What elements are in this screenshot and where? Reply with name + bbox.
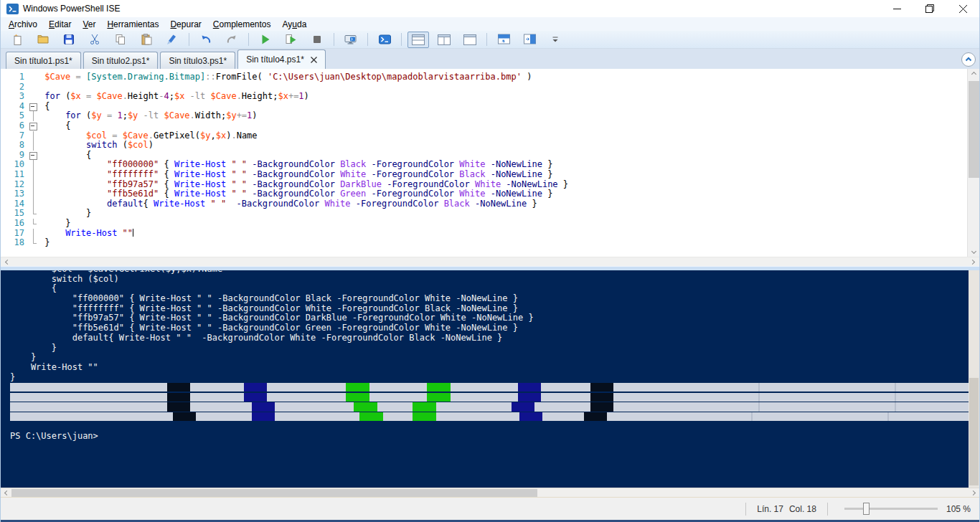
close-tab-icon[interactable] [311, 57, 317, 63]
editor-horizontal-scrollbar[interactable] [1, 257, 979, 266]
console-echo-line: } [10, 373, 979, 383]
console-vertical-scrollbar[interactable] [969, 270, 979, 488]
code-text[interactable]: { [39, 151, 91, 161]
outline-margin [28, 82, 39, 92]
console-horizontal-scrollbar[interactable] [1, 488, 979, 497]
minimize-button[interactable] [880, 0, 913, 17]
code-line: 1$Cave = [System.Drawing.Bitmap]::FromFi… [1, 72, 967, 82]
layout-script-max-button[interactable] [459, 32, 481, 48]
paste-button[interactable] [136, 32, 157, 48]
tab-sin-titulo2-ps1[interactable]: Sin título2.ps1* [83, 52, 159, 69]
tab-sin-titulo4-ps1[interactable]: Sin título4.ps1* [237, 49, 326, 69]
clear-console-button[interactable] [161, 32, 183, 48]
menu-item-depurar[interactable]: Depurar [164, 18, 207, 31]
menu-item-ayuda[interactable]: Ayuda [277, 18, 313, 31]
scroll-down-button[interactable] [968, 246, 980, 257]
run-selection-icon [286, 34, 297, 45]
open-script-button[interactable] [32, 32, 54, 48]
status-bar: Lín. 17 Col. 18 105 % [1, 497, 979, 520]
close-button[interactable] [946, 0, 979, 17]
undo-button[interactable] [195, 32, 217, 48]
powershell-console-button[interactable] [374, 32, 395, 48]
code-line: 11"ffffffff" { Write-Host " " -Backgroun… [1, 170, 967, 180]
hide-script-pane-button[interactable] [961, 52, 976, 67]
code-text[interactable]: "ff000000" { Write-Host " " -BackgroundC… [39, 160, 552, 170]
menu-item-archivo[interactable]: Archivo [3, 18, 43, 31]
zoom-slider-thumb[interactable] [863, 503, 870, 515]
restore-button[interactable] [913, 0, 946, 17]
run-script-icon [260, 34, 271, 45]
run-selection-button[interactable] [281, 32, 302, 48]
menu-item-complementos[interactable]: Complementos [207, 18, 277, 31]
code-text[interactable]: $col = $Cave.GetPixel($y,$x).Name [39, 131, 258, 141]
show-script-pane-right-button[interactable] [519, 32, 540, 48]
layout-script-top-button[interactable] [407, 32, 429, 48]
code-text[interactable]: default{ Write-Host " " -BackgroundColor… [39, 199, 537, 209]
save-button[interactable] [58, 32, 80, 48]
code-text[interactable]: "ffb97a57" { Write-Host " " -BackgroundC… [39, 180, 568, 190]
powershell-ise-window: Windows PowerShell ISE ArchivoEditarVerH… [0, 0, 980, 522]
collapse-region-toggle[interactable] [28, 102, 39, 112]
copy-button[interactable] [110, 32, 131, 48]
code-text[interactable]: "ffb5e61d" { Write-Host " " -BackgroundC… [39, 189, 552, 199]
redo-button[interactable] [221, 32, 242, 48]
code-text[interactable]: for ($x = $Cave.Height-4;$x -lt $Cave.He… [39, 92, 309, 102]
new-remote-powershell-tab-icon [344, 34, 357, 45]
code-text[interactable]: Write-Host "" [39, 229, 133, 239]
cut-button[interactable] [84, 32, 105, 48]
editor-vscroll-thumb[interactable] [969, 81, 979, 178]
new-script-button[interactable] [6, 32, 28, 48]
overflow-button[interactable] [545, 32, 566, 48]
code-line: 14default{ Write-Host " " -BackgroundCol… [1, 199, 967, 209]
new-script-icon [11, 34, 23, 45]
map-block-b [518, 383, 541, 392]
tab-sin-titulo1-ps1[interactable]: Sin título1.ps1* [6, 52, 81, 69]
new-remote-powershell-tab-button[interactable] [340, 32, 362, 48]
toolbar-separator [334, 33, 334, 46]
console-vscroll-thumb[interactable] [969, 378, 979, 485]
map-row-background [10, 393, 969, 402]
menu-item-ver[interactable]: Ver [77, 18, 101, 31]
show-script-pane-top-button[interactable] [493, 32, 514, 48]
line-number: 14 [1, 199, 28, 209]
script-editor[interactable]: 1$Cave = [System.Drawing.Bitmap]::FromFi… [1, 69, 979, 257]
map-block-k [167, 383, 190, 392]
console-echo-line: "ffb97a57" { Write-Host " " -BackgroundC… [10, 313, 979, 323]
map-block-b [244, 393, 267, 402]
console-hscroll-thumb[interactable] [11, 489, 537, 497]
menu-item-editar[interactable]: Editar [43, 18, 77, 31]
code-text[interactable]: for ($y = 1;$y -lt $Cave.Width;$y+=1) [39, 111, 258, 121]
editor-vertical-scrollbar[interactable] [967, 69, 979, 257]
collapse-region-toggle[interactable] [28, 121, 39, 131]
layout-script-right-button[interactable] [433, 32, 455, 48]
code-text[interactable]: switch ($col) [39, 141, 154, 151]
tab-sin-titulo3-ps1[interactable]: Sin título3.ps1* [160, 52, 235, 69]
code-text[interactable]: $Cave = [System.Drawing.Bitmap]::FromFil… [39, 72, 532, 82]
outline-margin [28, 219, 39, 229]
code-text[interactable]: "ffffffff" { Write-Host " " -BackgroundC… [39, 170, 552, 180]
console-pane[interactable]: $col = $Cave.GetPixel($y,$x).Name switch… [1, 270, 979, 488]
layout-script-max-icon [463, 34, 476, 45]
menu-item-herramientas[interactable]: Herramientas [101, 18, 164, 31]
text-caret [133, 229, 133, 237]
console-echo-line: switch ($col) [10, 275, 979, 285]
code-text[interactable]: { [39, 102, 50, 112]
map-block-d [758, 383, 760, 392]
stop-button[interactable] [306, 32, 328, 48]
scroll-up-button[interactable] [968, 69, 980, 80]
outline-margin [28, 189, 39, 199]
layout-script-top-icon [412, 34, 425, 45]
code-text[interactable]: } [39, 219, 70, 229]
console-echo-line: } [10, 343, 979, 353]
zoom-slider[interactable] [844, 508, 938, 510]
console-prompt[interactable]: PS C:\Users\juan> [10, 432, 979, 442]
code-text[interactable]: } [39, 238, 50, 248]
copy-icon [115, 34, 126, 45]
code-text[interactable]: } [39, 209, 91, 219]
code-text[interactable]: { [39, 121, 70, 131]
collapse-region-toggle[interactable] [28, 151, 39, 161]
code-line: 16} [1, 219, 967, 229]
run-script-button[interactable] [255, 32, 276, 48]
map-block-g [413, 402, 436, 411]
map-block-g [346, 393, 369, 402]
